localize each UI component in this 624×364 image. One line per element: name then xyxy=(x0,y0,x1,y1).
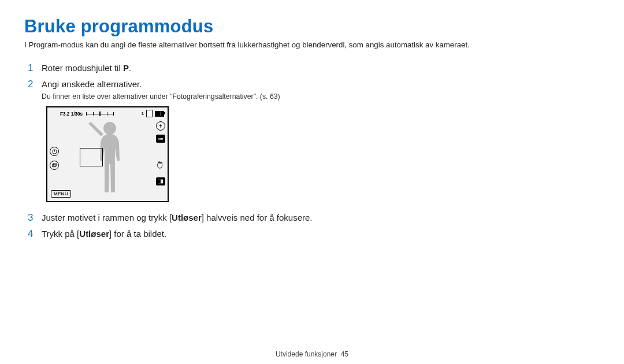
sd-card-icon xyxy=(146,110,153,117)
lcd-screen: F3.2 1/30s 1 xyxy=(46,106,169,202)
menu-button: MENU xyxy=(51,190,71,198)
svg-rect-4 xyxy=(53,164,56,166)
step3-post: ] halvveis ned for å fokusere. xyxy=(202,213,313,222)
battery-icon xyxy=(155,111,164,117)
self-timer-icon xyxy=(50,147,59,156)
shutter-label: Utløser xyxy=(79,229,109,239)
step-2: 2 Angi ønskede alternativer. Du finner e… xyxy=(28,78,600,102)
step-number: 2 xyxy=(28,78,42,102)
step2-sub: Du finner en liste over alternativer und… xyxy=(42,92,280,102)
drive-mode-icon xyxy=(50,161,59,170)
step-1: 1 Roter modushjulet til P. xyxy=(28,62,600,75)
step-4: 4 Trykk på [Utløser] for å ta bildet. xyxy=(28,228,600,240)
manual-page: Bruke programmodus I Program-modus kan d… xyxy=(0,0,624,364)
page-footer: Utvidede funksjoner 45 xyxy=(0,350,624,358)
lcd-right-icons: 10M xyxy=(156,121,165,185)
step3-pre: Juster motivet i rammen og trykk [ xyxy=(42,213,172,222)
svg-point-0 xyxy=(103,122,116,135)
ev-scale-icon xyxy=(86,112,114,117)
exposure-readout: F3.2 1/30s xyxy=(60,112,83,117)
step4-post: ] for å ta bildet. xyxy=(109,229,166,239)
step2-text: Angi ønskede alternativer. xyxy=(42,78,280,91)
mode-p-icon: P xyxy=(123,63,129,73)
shutter-label: Utløser xyxy=(172,213,202,222)
camera-lcd-illustration: F3.2 1/30s 1 xyxy=(46,106,600,202)
image-size-icon: 10M xyxy=(156,135,165,143)
step4-pre: Trykk på [ xyxy=(42,229,79,239)
step1-suffix: . xyxy=(129,63,131,73)
footer-page-number: 45 xyxy=(341,350,348,358)
step-body: Angi ønskede alternativer. Du finner en … xyxy=(42,78,280,102)
footer-section: Utvidede funksjoner xyxy=(276,350,337,358)
step-number: 3 xyxy=(28,211,42,224)
image-stabilization-icon xyxy=(156,161,165,171)
flash-icon xyxy=(156,121,165,131)
step-number: 4 xyxy=(28,228,42,240)
step-body: Trykk på [Utløser] for å ta bildet. xyxy=(42,228,166,240)
step-number: 1 xyxy=(28,62,42,75)
quality-icon xyxy=(156,177,165,185)
svg-text:10M: 10M xyxy=(158,138,164,140)
intro-text: I Program-modus kan du angi de fleste al… xyxy=(24,40,600,49)
step1-prefix: Roter modushjulet til xyxy=(42,63,123,73)
focus-frame-icon xyxy=(80,148,103,166)
svg-rect-3 xyxy=(52,164,55,167)
shots-remaining: 1 xyxy=(142,111,144,116)
svg-rect-9 xyxy=(158,180,161,184)
steps-list: 1 Roter modushjulet til P. 2 Angi ønsked… xyxy=(28,62,600,240)
step-body: Roter modushjulet til P. xyxy=(42,62,131,75)
lcd-left-icons xyxy=(50,147,59,170)
step-body: Juster motivet i rammen og trykk [Utløse… xyxy=(42,211,313,224)
step-3: 3 Juster motivet i rammen og trykk [Utlø… xyxy=(28,211,600,224)
lcd-top-right: 1 xyxy=(142,110,164,117)
page-title: Bruke programmodus xyxy=(24,16,600,37)
